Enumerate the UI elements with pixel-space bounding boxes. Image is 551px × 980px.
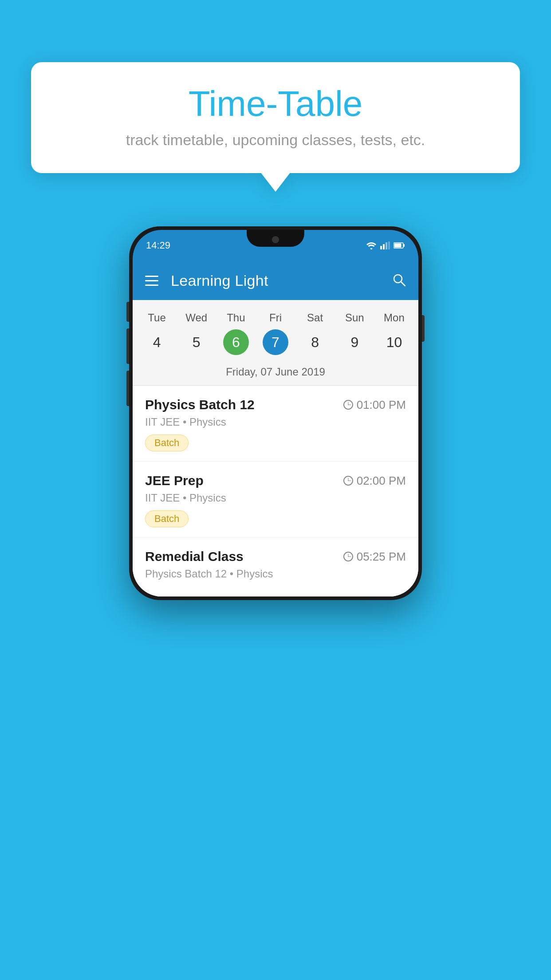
day-10[interactable]: 10 <box>374 329 414 355</box>
time-text-1: 01:00 PM <box>357 398 406 412</box>
status-bar: 14:29 <box>133 230 418 261</box>
bubble-title: Time-Table <box>58 84 493 123</box>
schedule-item-2[interactable]: JEE Prep 02:00 PM IIT JEE • Physics Batc… <box>133 462 418 537</box>
day-label-fri: Fri <box>256 309 295 327</box>
power-button <box>422 315 425 342</box>
schedule-subtitle-2: IIT JEE • Physics <box>145 492 406 504</box>
schedule-item-2-header: JEE Prep 02:00 PM <box>145 473 406 488</box>
volume-down-button <box>126 371 129 406</box>
svg-rect-5 <box>394 244 401 248</box>
day-7-selected[interactable]: 7 <box>263 329 288 355</box>
app-title: Learning Light <box>171 272 379 289</box>
day-6-today[interactable]: 6 <box>223 329 249 355</box>
svg-line-8 <box>401 282 405 286</box>
day-label-tue: Tue <box>137 309 177 327</box>
signal-icon <box>380 241 390 249</box>
day-label-mon: Mon <box>374 309 414 327</box>
batch-tag-1: Batch <box>145 435 189 451</box>
schedule-title-2: JEE Prep <box>145 473 204 488</box>
schedule-item-1-header: Physics Batch 12 01:00 PM <box>145 397 406 412</box>
speech-bubble-card: Time-Table track timetable, upcoming cla… <box>31 62 520 173</box>
day-5[interactable]: 5 <box>177 329 216 355</box>
phone-mockup: 14:29 <box>129 226 422 600</box>
day-4[interactable]: 4 <box>137 329 177 355</box>
notch <box>247 230 304 247</box>
selected-date-label: Friday, 07 June 2019 <box>133 362 418 386</box>
day-label-sun: Sun <box>335 309 374 327</box>
status-time: 14:29 <box>146 240 170 251</box>
time-text-3: 05:25 PM <box>357 550 406 564</box>
svg-rect-0 <box>380 246 382 249</box>
schedule-item-1[interactable]: Physics Batch 12 01:00 PM IIT JEE • Phys… <box>133 386 418 462</box>
day-8[interactable]: 8 <box>295 329 335 355</box>
wifi-icon <box>366 241 377 249</box>
schedule-title-3: Remedial Class <box>145 549 244 564</box>
schedule-subtitle-3: Physics Batch 12 • Physics <box>145 568 406 580</box>
schedule-time-3: 05:25 PM <box>343 550 406 564</box>
phone-screen: 14:29 <box>133 230 418 597</box>
day-labels: Tue Wed Thu Fri Sat Sun Mon <box>133 309 418 327</box>
schedule-title-1: Physics Batch 12 <box>145 397 255 412</box>
svg-rect-1 <box>383 244 385 249</box>
volume-silent-button <box>126 302 129 322</box>
svg-rect-3 <box>388 241 390 249</box>
svg-rect-6 <box>403 244 405 247</box>
schedule-list: Physics Batch 12 01:00 PM IIT JEE • Phys… <box>133 386 418 597</box>
day-label-sat: Sat <box>295 309 335 327</box>
time-text-2: 02:00 PM <box>357 474 406 488</box>
schedule-time-1: 01:00 PM <box>343 398 406 412</box>
day-numbers: 4 5 6 7 8 9 10 <box>133 327 418 362</box>
schedule-subtitle-1: IIT JEE • Physics <box>145 416 406 428</box>
bubble-subtitle: track timetable, upcoming classes, tests… <box>58 131 493 149</box>
batch-tag-2: Batch <box>145 510 189 527</box>
clock-icon-1 <box>343 400 353 410</box>
clock-icon-2 <box>343 476 353 486</box>
camera <box>272 236 279 243</box>
search-button[interactable] <box>392 273 406 288</box>
calendar-header: Tue Wed Thu Fri Sat Sun Mon 4 5 6 7 8 9 … <box>133 300 418 386</box>
status-icons <box>366 241 405 249</box>
menu-button[interactable] <box>145 276 158 286</box>
schedule-item-3-header: Remedial Class 05:25 PM <box>145 549 406 564</box>
app-bar: Learning Light <box>133 261 418 300</box>
phone-frame: 14:29 <box>129 226 422 600</box>
schedule-time-2: 02:00 PM <box>343 474 406 488</box>
volume-up-button <box>126 328 129 364</box>
schedule-item-3[interactable]: Remedial Class 05:25 PM Physics Batch 12… <box>133 537 418 597</box>
svg-rect-2 <box>386 242 387 249</box>
day-label-wed: Wed <box>177 309 216 327</box>
clock-icon-3 <box>343 552 353 561</box>
day-9[interactable]: 9 <box>335 329 374 355</box>
battery-icon <box>394 242 405 249</box>
day-label-thu: Thu <box>216 309 256 327</box>
